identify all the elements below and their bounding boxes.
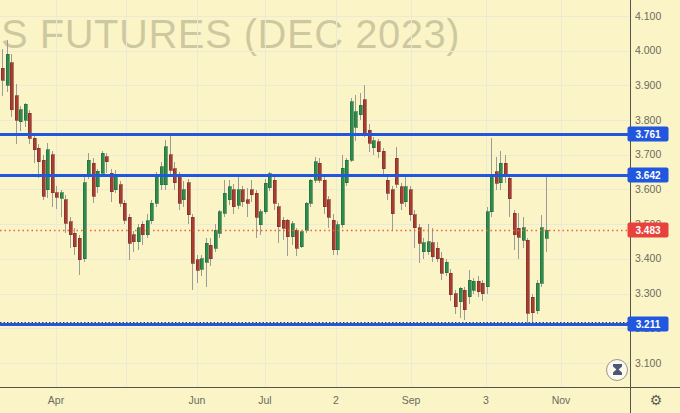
candle-body-down bbox=[246, 200, 249, 203]
candle bbox=[291, 221, 294, 245]
candle-body-up bbox=[314, 162, 317, 180]
hourglass-icon bbox=[611, 363, 624, 377]
candle-body-down bbox=[277, 207, 280, 227]
candle bbox=[363, 85, 366, 137]
candle-body-up bbox=[46, 150, 49, 190]
candle-body-up bbox=[83, 183, 86, 259]
candle-body-up bbox=[19, 110, 22, 122]
hourglass-button[interactable] bbox=[606, 359, 628, 381]
candle bbox=[486, 207, 489, 294]
candle bbox=[146, 214, 149, 238]
candle-body-up bbox=[499, 163, 502, 182]
candle bbox=[155, 172, 158, 207]
settings-button[interactable]: ⚙ bbox=[645, 390, 667, 410]
candle-body-up bbox=[472, 281, 475, 290]
candle bbox=[545, 177, 548, 252]
candle bbox=[386, 176, 389, 200]
candle-body-down bbox=[332, 220, 335, 250]
candle bbox=[372, 137, 375, 154]
candle bbox=[359, 93, 362, 120]
candle-body-down bbox=[368, 130, 371, 143]
candle bbox=[237, 177, 240, 209]
candle bbox=[150, 200, 153, 224]
price-axis[interactable] bbox=[631, 0, 680, 388]
candle-body-up bbox=[214, 230, 217, 248]
candle bbox=[440, 252, 443, 280]
candle-body-down bbox=[42, 160, 45, 196]
candle-body-up bbox=[164, 147, 167, 185]
candle bbox=[51, 151, 54, 207]
candle-body-down bbox=[440, 258, 443, 273]
candle-body-up bbox=[223, 193, 226, 213]
candle bbox=[123, 200, 126, 224]
candle-body-up bbox=[354, 112, 357, 127]
candle bbox=[6, 40, 9, 92]
candle bbox=[92, 158, 95, 203]
candle bbox=[504, 155, 507, 182]
candle-body-down bbox=[132, 235, 135, 242]
candle-body-up bbox=[96, 171, 99, 186]
candle-body-down bbox=[318, 163, 321, 180]
candle-body-down bbox=[395, 158, 398, 184]
candle bbox=[508, 176, 511, 218]
candle-body-down bbox=[481, 283, 484, 293]
candle bbox=[182, 181, 185, 207]
candle bbox=[64, 195, 67, 234]
candle bbox=[232, 184, 235, 213]
candle bbox=[105, 153, 108, 173]
candle-body-up bbox=[228, 187, 231, 200]
price-chart[interactable]: 4.1004.0003.9003.8003.7003.6003.5003.400… bbox=[0, 0, 680, 413]
candle-body-up bbox=[490, 177, 493, 212]
candle bbox=[101, 151, 104, 175]
candle bbox=[24, 103, 27, 127]
candle bbox=[332, 214, 335, 256]
candle-body-down bbox=[123, 203, 126, 220]
candle-body-down bbox=[55, 193, 58, 197]
candle-body-up bbox=[60, 193, 63, 198]
candle-body-down bbox=[409, 190, 412, 215]
candle bbox=[463, 287, 466, 320]
candle-body-down bbox=[1, 68, 4, 80]
candle-body-down bbox=[463, 290, 466, 310]
candle-body-up bbox=[459, 288, 462, 301]
candle-body-up bbox=[155, 177, 158, 204]
candle-body-down bbox=[436, 248, 439, 258]
candle bbox=[223, 180, 226, 217]
candle bbox=[69, 217, 72, 248]
gear-icon: ⚙ bbox=[650, 392, 663, 408]
candle bbox=[350, 98, 353, 162]
candle bbox=[382, 148, 385, 176]
candle-body-up bbox=[445, 262, 448, 272]
candle bbox=[327, 196, 330, 227]
candle-body-down bbox=[377, 142, 380, 152]
candle-body-up bbox=[200, 259, 203, 269]
chart-window: S FUTURES (DEC 2023) 4.1004.0003.9003.80… bbox=[0, 0, 680, 413]
candle-body-down bbox=[69, 222, 72, 235]
candle-body-down bbox=[413, 215, 416, 228]
candle-body-down bbox=[391, 190, 394, 214]
time-axis[interactable] bbox=[0, 388, 630, 413]
candle bbox=[400, 183, 403, 211]
candle-body-down bbox=[449, 273, 452, 295]
candle bbox=[305, 202, 308, 233]
candle-body-down bbox=[119, 185, 122, 203]
candle bbox=[214, 224, 217, 252]
candle-body-down bbox=[327, 200, 330, 217]
candle bbox=[422, 238, 425, 259]
candle-body-up bbox=[336, 225, 339, 250]
candle-body-up bbox=[536, 283, 539, 311]
candle-body-down bbox=[517, 228, 520, 237]
candle-body-up bbox=[237, 190, 240, 206]
candle-body-down bbox=[286, 220, 289, 237]
candle-body-down bbox=[382, 151, 385, 168]
candle-body-down bbox=[273, 180, 276, 203]
candle-body-down bbox=[169, 155, 172, 170]
candle bbox=[209, 238, 212, 266]
candle-body-down bbox=[209, 245, 212, 259]
candle bbox=[78, 235, 81, 275]
candle bbox=[481, 280, 484, 301]
candle-body-down bbox=[196, 260, 199, 270]
candle bbox=[345, 158, 348, 186]
candle bbox=[128, 214, 131, 260]
candle-body-up bbox=[259, 212, 262, 225]
